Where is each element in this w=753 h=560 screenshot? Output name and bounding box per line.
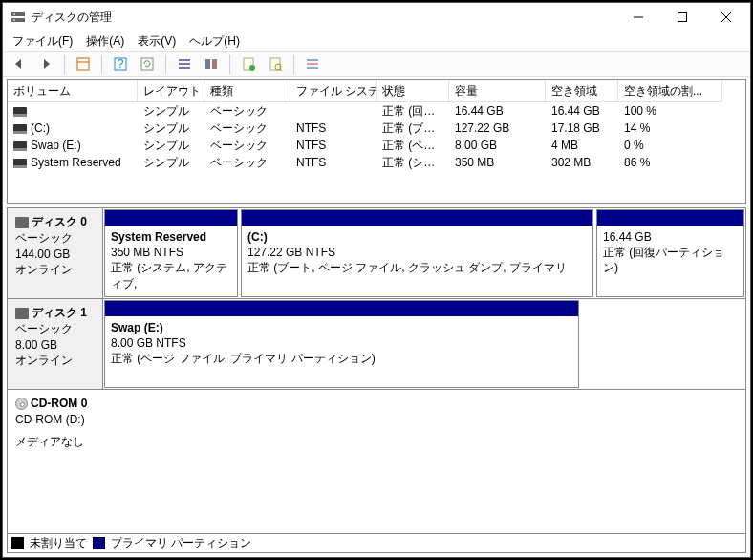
legend: 未割り当て プライマリ パーティション bbox=[7, 534, 746, 553]
volume-icon bbox=[13, 159, 27, 168]
disk-row-1: ディスク 1 ベーシック 8.00 GB オンライン Swap (E:)8.00… bbox=[8, 299, 745, 390]
forward-button[interactable] bbox=[35, 54, 56, 75]
column-headers: ボリューム レイアウト 種類 ファイル システム 状態 容量 空き領域 空き領域… bbox=[8, 80, 745, 102]
titlebar[interactable]: ディスクの管理 bbox=[3, 3, 750, 32]
menu-file[interactable]: ファイル(F) bbox=[7, 32, 78, 52]
disk-info[interactable]: ディスク 1 ベーシック 8.00 GB オンライン bbox=[8, 299, 103, 389]
col-volume[interactable]: ボリューム bbox=[8, 80, 138, 102]
disk-graphic-pane: ディスク 0 ベーシック 144.00 GB オンライン System Rese… bbox=[7, 207, 746, 534]
svg-point-3 bbox=[13, 19, 15, 21]
svg-rect-16 bbox=[205, 59, 210, 69]
col-layout[interactable]: レイアウト bbox=[138, 80, 204, 102]
volume-icon bbox=[13, 141, 27, 151]
svg-rect-17 bbox=[212, 59, 217, 69]
help-button[interactable]: ? bbox=[110, 54, 131, 75]
volume-icon bbox=[13, 124, 27, 134]
toolbar-separator bbox=[64, 54, 65, 74]
svg-text:?: ? bbox=[118, 57, 124, 71]
window-title: ディスクの管理 bbox=[32, 10, 616, 26]
legend-unallocated: 未割り当て bbox=[30, 535, 87, 551]
partitions: Swap (E:)8.00 GB NTFS正常 (ページ ファイル, プライマリ… bbox=[103, 299, 745, 389]
svg-rect-5 bbox=[678, 13, 687, 22]
svg-rect-14 bbox=[179, 63, 190, 65]
menu-help[interactable]: ヘルプ(H) bbox=[183, 32, 246, 52]
svg-rect-8 bbox=[77, 58, 89, 70]
toolbar-separator bbox=[101, 54, 102, 74]
disk-info[interactable]: CD-ROM 0 CD-ROM (D:) メディアなし bbox=[8, 390, 745, 476]
back-button[interactable] bbox=[9, 54, 30, 75]
toolbar-separator bbox=[293, 54, 294, 74]
partition-swap[interactable]: Swap (E:)8.00 GB NTFS正常 (ページ ファイル, プライマリ… bbox=[104, 300, 579, 388]
svg-rect-24 bbox=[307, 63, 318, 65]
svg-rect-23 bbox=[307, 59, 318, 61]
svg-line-22 bbox=[280, 69, 282, 71]
volume-list[interactable]: ボリューム レイアウト 種類 ファイル システム 状態 容量 空き領域 空き領域… bbox=[7, 79, 746, 204]
swatch-primary bbox=[93, 537, 105, 549]
properties-button[interactable] bbox=[238, 54, 259, 75]
col-freepct[interactable]: 空き領域の割... bbox=[618, 80, 722, 102]
menubar: ファイル(F) 操作(A) 表示(V) ヘルプ(H) bbox=[3, 32, 750, 51]
volume-icon bbox=[13, 107, 27, 117]
volume-row[interactable]: (C:) シンプルベーシックNTFS正常 (ブート...127.22 GB17.… bbox=[8, 119, 745, 137]
volume-rows: シンプルベーシック正常 (回復...16.44 GB16.44 GB100 % … bbox=[8, 102, 745, 171]
disk-icon bbox=[15, 217, 29, 228]
toolbar-separator bbox=[229, 54, 230, 74]
disk-row-0: ディスク 0 ベーシック 144.00 GB オンライン System Rese… bbox=[8, 208, 745, 299]
col-filesystem[interactable]: ファイル システム bbox=[290, 80, 376, 102]
svg-point-2 bbox=[13, 13, 15, 15]
svg-rect-15 bbox=[179, 67, 190, 69]
volume-row[interactable]: System Reserved シンプルベーシックNTFS正常 (シス...35… bbox=[8, 154, 745, 171]
svg-rect-25 bbox=[307, 67, 318, 69]
minimize-button[interactable] bbox=[616, 3, 660, 32]
close-button[interactable] bbox=[704, 3, 748, 32]
action-list-button[interactable] bbox=[302, 54, 323, 75]
swatch-unallocated bbox=[11, 537, 24, 549]
maximize-button[interactable] bbox=[660, 3, 704, 32]
show-hide-tree-button[interactable] bbox=[73, 54, 94, 75]
partition-c[interactable]: (C:)127.22 GB NTFS正常 (ブート, ページ ファイル, クラッ… bbox=[241, 209, 593, 297]
menu-action[interactable]: 操作(A) bbox=[80, 32, 130, 52]
svg-rect-13 bbox=[179, 59, 190, 61]
toolbar-separator bbox=[165, 54, 166, 74]
list-view-button[interactable] bbox=[174, 54, 195, 75]
disk-icon bbox=[15, 308, 29, 319]
menu-view[interactable]: 表示(V) bbox=[132, 32, 182, 52]
partition-recovery[interactable]: 16.44 GB正常 (回復パーティション) bbox=[596, 209, 744, 297]
refresh-button[interactable] bbox=[137, 54, 158, 75]
partition-system-reserved[interactable]: System Reserved350 MB NTFS正常 (システム, アクティ… bbox=[104, 209, 238, 297]
col-free[interactable]: 空き領域 bbox=[546, 80, 618, 102]
col-type[interactable]: 種類 bbox=[204, 80, 290, 102]
svg-rect-12 bbox=[141, 58, 153, 70]
volume-row[interactable]: Swap (E:) シンプルベーシックNTFS正常 (ペー...8.00 GB4… bbox=[8, 137, 745, 154]
disk-management-window: ディスクの管理 ファイル(F) 操作(A) 表示(V) ヘルプ(H) ? ボリュ… bbox=[2, 2, 751, 558]
partitions: System Reserved350 MB NTFS正常 (システム, アクティ… bbox=[103, 208, 745, 298]
graphic-view-button[interactable] bbox=[201, 54, 222, 75]
toolbar: ? bbox=[3, 51, 750, 77]
disk-row-cdrom: CD-ROM 0 CD-ROM (D:) メディアなし bbox=[8, 390, 745, 476]
col-status[interactable]: 状態 bbox=[376, 80, 449, 102]
content-area: ボリューム レイアウト 種類 ファイル システム 状態 容量 空き領域 空き領域… bbox=[3, 77, 750, 557]
disk-info[interactable]: ディスク 0 ベーシック 144.00 GB オンライン bbox=[8, 208, 103, 298]
svg-point-19 bbox=[249, 65, 255, 71]
legend-primary: プライマリ パーティション bbox=[111, 535, 251, 551]
search-button[interactable] bbox=[265, 54, 286, 75]
app-icon bbox=[11, 10, 26, 25]
cdrom-icon bbox=[15, 398, 28, 410]
col-capacity[interactable]: 容量 bbox=[449, 80, 546, 102]
volume-row[interactable]: シンプルベーシック正常 (回復...16.44 GB16.44 GB100 % bbox=[8, 102, 745, 119]
